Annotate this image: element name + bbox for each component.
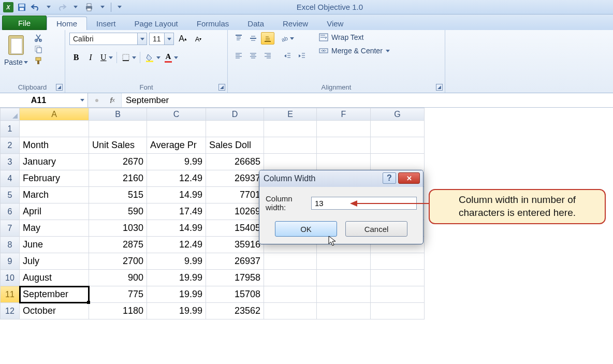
cell-G11[interactable] [371, 286, 425, 303]
cell-D1[interactable] [206, 121, 264, 137]
tab-file[interactable]: File [2, 16, 47, 30]
cell-G3[interactable] [371, 154, 425, 170]
cell-E2[interactable] [264, 137, 317, 154]
dialog-close-button[interactable]: ✕ [398, 172, 420, 184]
cell-E3[interactable] [264, 154, 317, 170]
cell-C11[interactable]: 19.99 [147, 286, 206, 303]
cell-B8[interactable]: 2875 [89, 237, 147, 253]
tab-formulas[interactable]: Formulas [187, 17, 239, 30]
cell-B11[interactable]: 775 [89, 286, 147, 303]
cut-button[interactable] [33, 33, 43, 42]
cell-B5[interactable]: 515 [89, 187, 147, 203]
quick-print-button[interactable] [83, 2, 95, 13]
ok-button[interactable]: OK [275, 221, 337, 237]
formula-input[interactable]: September [121, 93, 613, 107]
column-header-A[interactable]: A [20, 108, 89, 121]
cell-A10[interactable]: August [20, 270, 89, 286]
cell-B12[interactable]: 1180 [89, 303, 147, 319]
cell-F12[interactable] [317, 303, 371, 319]
row-header-4[interactable]: 4 [1, 170, 20, 187]
cell-D8[interactable]: 35916 [206, 237, 264, 253]
borders-button[interactable] [120, 51, 137, 64]
undo-button[interactable] [29, 2, 41, 13]
name-box-dropdown[interactable] [77, 99, 87, 101]
clipboard-dialog-launcher[interactable]: ◢ [56, 84, 63, 91]
cancel-formula-button[interactable]: ● [90, 96, 104, 105]
column-header-E[interactable]: E [264, 108, 317, 121]
qat-customize-dropdown[interactable] [113, 2, 126, 13]
row-header-11[interactable]: 11 [1, 286, 20, 303]
column-header-C[interactable]: C [147, 108, 206, 121]
align-bottom-button[interactable] [261, 32, 274, 45]
cell-D2[interactable]: Sales Doll [206, 137, 264, 154]
increase-indent-button[interactable] [295, 50, 309, 62]
cell-F2[interactable] [317, 137, 371, 154]
cell-D11[interactable]: 15708 [206, 286, 264, 303]
font-size-combo[interactable]: 11 [149, 33, 174, 45]
cell-F1[interactable] [317, 121, 371, 137]
cell-G10[interactable] [371, 270, 425, 286]
italic-button[interactable]: I [84, 51, 97, 64]
column-header-B[interactable]: B [89, 108, 147, 121]
align-center-button[interactable] [246, 50, 260, 62]
cell-C6[interactable]: 17.49 [147, 203, 206, 220]
row-header-7[interactable]: 7 [1, 220, 20, 237]
cell-G12[interactable] [371, 303, 425, 319]
cell-C7[interactable]: 14.99 [147, 220, 206, 237]
font-color-button[interactable]: A [163, 51, 180, 64]
row-header-1[interactable]: 1 [1, 121, 20, 137]
tab-review[interactable]: Review [273, 17, 317, 30]
cell-A8[interactable]: June [20, 237, 89, 253]
cancel-button[interactable]: Cancel [345, 221, 407, 237]
paste-dropdown[interactable]: Paste [4, 58, 28, 66]
align-top-button[interactable] [232, 32, 245, 45]
cell-B9[interactable]: 2700 [89, 253, 147, 270]
cell-C8[interactable]: 12.49 [147, 237, 206, 253]
cell-G2[interactable] [371, 137, 425, 154]
orientation-button[interactable]: ab [281, 32, 294, 45]
cell-B4[interactable]: 2160 [89, 170, 147, 187]
cell-E12[interactable] [264, 303, 317, 319]
cell-F10[interactable] [317, 270, 371, 286]
cell-A5[interactable]: March [20, 187, 89, 203]
cell-F11[interactable] [317, 286, 371, 303]
align-right-button[interactable] [261, 50, 274, 62]
font-dialog-launcher[interactable]: ◢ [218, 84, 225, 91]
cell-C1[interactable] [147, 121, 206, 137]
cell-C10[interactable]: 19.99 [147, 270, 206, 286]
align-left-button[interactable] [232, 50, 245, 62]
decrease-font-button[interactable]: A▾ [192, 32, 205, 46]
cell-F9[interactable] [317, 253, 371, 270]
cell-B2[interactable]: Unit Sales [89, 137, 147, 154]
cell-D4[interactable]: 26937 [206, 170, 264, 187]
dialog-title-bar[interactable]: Column Width ? ✕ [259, 170, 423, 187]
save-button[interactable] [16, 2, 28, 13]
fill-color-button[interactable] [143, 51, 162, 64]
cell-D12[interactable]: 23562 [206, 303, 264, 319]
cell-C5[interactable]: 14.99 [147, 187, 206, 203]
dialog-help-button[interactable]: ? [383, 172, 396, 184]
row-header-5[interactable]: 5 [1, 187, 20, 203]
row-header-10[interactable]: 10 [1, 270, 20, 286]
tab-page-layout[interactable]: Page Layout [125, 17, 187, 30]
cell-B6[interactable]: 590 [89, 203, 147, 220]
cell-E1[interactable] [264, 121, 317, 137]
row-header-2[interactable]: 2 [1, 137, 20, 154]
align-middle-button[interactable] [246, 32, 260, 45]
cell-A7[interactable]: May [20, 220, 89, 237]
cell-A12[interactable]: October [20, 303, 89, 319]
cell-D3[interactable]: 26685 [206, 154, 264, 170]
copy-button[interactable] [33, 45, 43, 54]
cell-C12[interactable]: 19.99 [147, 303, 206, 319]
cell-A9[interactable]: July [20, 253, 89, 270]
cell-D6[interactable]: 10269 [206, 203, 264, 220]
redo-button[interactable] [56, 2, 68, 13]
cell-D10[interactable]: 17958 [206, 270, 264, 286]
alignment-dialog-launcher[interactable]: ◢ [436, 84, 443, 91]
merge-center-button[interactable]: Merge & Center [319, 47, 390, 55]
cell-C2[interactable]: Average Pr [147, 137, 206, 154]
paste-button[interactable] [5, 32, 27, 58]
cell-B10[interactable]: 900 [89, 270, 147, 286]
insert-function-button[interactable]: fx [106, 96, 119, 105]
cell-D9[interactable]: 26937 [206, 253, 264, 270]
